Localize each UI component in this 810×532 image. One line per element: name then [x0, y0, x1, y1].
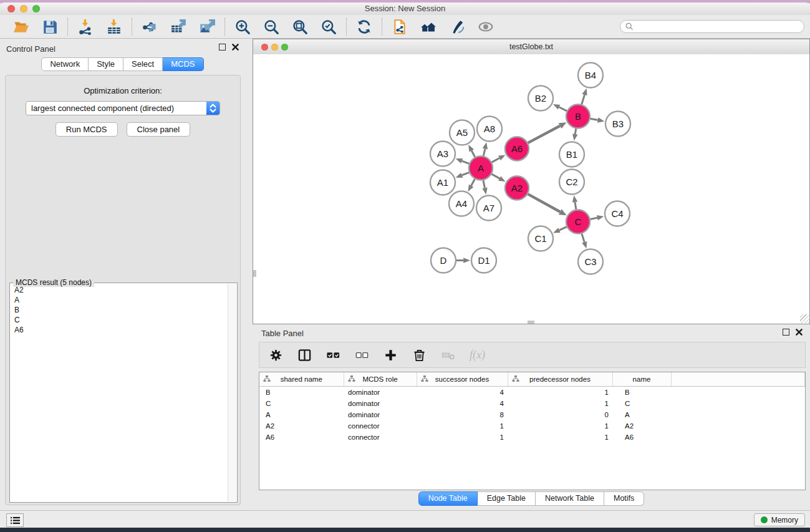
float-table-panel-icon[interactable]: [783, 329, 789, 336]
export-image-icon[interactable]: [199, 19, 215, 35]
graph-edge-A2-C[interactable]: [528, 194, 561, 212]
import-table-icon[interactable]: [106, 19, 122, 35]
graph-edge-C-C1[interactable]: [559, 227, 567, 230]
save-session-icon[interactable]: [42, 19, 58, 35]
network-canvas[interactable]: B4B2BB3A8A5A6A3B1AC2A1A2A4A7C4CC1DD1C3: [253, 54, 809, 324]
delete-row-icon[interactable]: [412, 348, 427, 362]
home-icon[interactable]: [420, 19, 436, 35]
table-cell[interactable]: 0: [508, 409, 612, 420]
export-network-icon[interactable]: [142, 19, 158, 35]
table-cell[interactable]: 1: [417, 420, 508, 432]
table-cell[interactable]: A2: [612, 420, 671, 432]
table-cell[interactable]: connector: [344, 420, 417, 432]
graph-edge-C-C3[interactable]: [582, 234, 584, 243]
graph-edge-B-B1[interactable]: [575, 128, 576, 134]
table-tab-motifs[interactable]: Motifs: [604, 491, 644, 506]
table-cell[interactable]: C: [612, 398, 671, 409]
select-all-icon[interactable]: [326, 348, 340, 362]
zoom-out-icon[interactable]: [263, 19, 279, 35]
table-cell[interactable]: B: [612, 387, 671, 399]
mcds-result-item[interactable]: A2: [11, 285, 228, 295]
table-tab-network-table[interactable]: Network Table: [536, 491, 604, 506]
search-input[interactable]: [634, 22, 799, 32]
table-row[interactable]: Adominator80A: [259, 409, 805, 420]
graph-edge-A-A2[interactable]: [492, 174, 500, 178]
network-from-selection-icon[interactable]: [392, 19, 408, 35]
table-row[interactable]: A6connector11A6: [259, 432, 805, 443]
gear-icon[interactable]: [269, 348, 283, 362]
deselect-all-icon[interactable]: [355, 348, 369, 362]
table-row[interactable]: Cdominator41C: [259, 398, 805, 409]
mcds-result-item[interactable]: C: [11, 315, 228, 325]
table-cell[interactable]: 4: [417, 387, 508, 399]
graph-edge-A-A7[interactable]: [483, 180, 485, 188]
open-session-icon[interactable]: [13, 19, 29, 35]
eye-icon[interactable]: [478, 19, 494, 35]
export-table-icon[interactable]: [170, 19, 186, 35]
column-header-predecessor-nodes[interactable]: predecessor nodes: [508, 372, 612, 387]
graph-edge-A-A8[interactable]: [483, 149, 485, 156]
mcds-result-item[interactable]: A6: [11, 325, 228, 335]
graph-edge-A-A3[interactable]: [462, 161, 470, 163]
float-panel-icon[interactable]: [219, 44, 226, 51]
zoom-selected-icon[interactable]: [321, 19, 337, 35]
tab-network[interactable]: Network: [41, 57, 89, 71]
table-cell[interactable]: 1: [508, 398, 612, 409]
column-header-MCDS-role[interactable]: MCDS role: [344, 372, 417, 387]
close-table-panel-icon[interactable]: [796, 329, 803, 336]
window-resize-grip[interactable]: [800, 314, 809, 323]
table-cell[interactable]: 1: [508, 432, 612, 443]
table-row[interactable]: Bdominator41B: [259, 387, 805, 399]
table-cell[interactable]: 1: [508, 387, 612, 399]
table-cell[interactable]: 1: [417, 432, 508, 443]
zoom-fit-icon[interactable]: [292, 19, 308, 35]
run-mcds-button[interactable]: Run MCDS: [55, 122, 118, 137]
table-tab-node-table[interactable]: Node Table: [418, 491, 478, 506]
add-row-icon[interactable]: [383, 348, 398, 362]
column-header-successor-nodes[interactable]: successor nodes: [417, 372, 508, 387]
search-box[interactable]: [620, 20, 804, 33]
graph-edge-A6-B[interactable]: [528, 126, 560, 143]
table-cell[interactable]: dominator: [344, 398, 417, 409]
canvas-left-grip[interactable]: [253, 270, 256, 277]
graph-edge-B-B2[interactable]: [559, 107, 567, 111]
column-header-name[interactable]: name: [612, 372, 671, 387]
import-network-icon[interactable]: [77, 19, 94, 35]
table-cell[interactable]: A: [612, 409, 671, 420]
table-cell[interactable]: A6: [259, 432, 344, 443]
table-cell[interactable]: A2: [259, 420, 344, 432]
table-cell[interactable]: C: [259, 398, 344, 409]
table-cell[interactable]: 8: [417, 409, 508, 420]
column-header-shared-name[interactable]: shared name: [259, 372, 344, 387]
table-cell[interactable]: dominator: [344, 387, 417, 399]
zoom-in-icon[interactable]: [234, 19, 251, 35]
canvas-bottom-grip[interactable]: [528, 321, 534, 324]
table-row[interactable]: A2connector11A2: [259, 420, 805, 432]
graph-edge-B-B3[interactable]: [591, 118, 598, 120]
graph-edge-B-B4[interactable]: [582, 95, 585, 104]
columns-icon[interactable]: [297, 348, 312, 362]
table-cell[interactable]: 4: [417, 398, 508, 409]
table-cell[interactable]: dominator: [344, 409, 417, 420]
graph-edge-C-C4[interactable]: [591, 218, 597, 219]
tab-style[interactable]: Style: [89, 57, 123, 71]
mcds-result-item[interactable]: A: [11, 295, 228, 305]
table-cell[interactable]: B: [259, 387, 344, 399]
graph-edge-A-A5[interactable]: [471, 151, 475, 157]
table-cell[interactable]: connector: [344, 432, 417, 443]
table-cell[interactable]: A: [259, 409, 344, 420]
result-scrollbar[interactable]: [228, 284, 236, 501]
close-panel-icon[interactable]: [232, 44, 239, 51]
table-cell[interactable]: A6: [612, 432, 671, 443]
tab-select[interactable]: Select: [123, 57, 163, 71]
mcds-result-item[interactable]: B: [11, 305, 228, 315]
table-tab-edge-table[interactable]: Edge Table: [478, 491, 536, 506]
table-cell[interactable]: 1: [508, 420, 612, 432]
close-panel-button[interactable]: Close panel: [127, 122, 191, 137]
task-history-button[interactable]: [6, 513, 24, 527]
graph-edge-C-C2[interactable]: [575, 202, 576, 210]
graph-edge-A-A4[interactable]: [471, 179, 475, 186]
memory-button[interactable]: Memory: [754, 513, 805, 526]
annotation-brush-icon[interactable]: [449, 19, 465, 35]
graph-edge-A-A1[interactable]: [462, 173, 470, 175]
